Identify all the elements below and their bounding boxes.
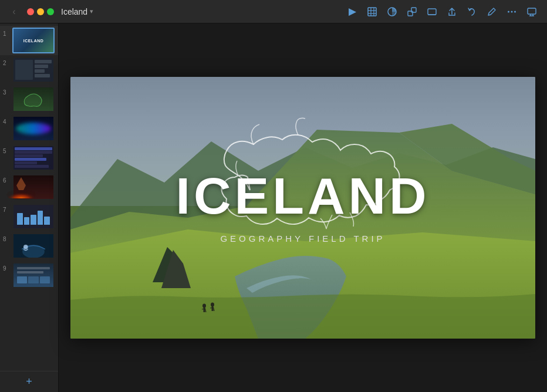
slide-thumbnail-6[interactable]: 6	[0, 173, 58, 202]
topbar: ‹ Iceland ▾ ▶	[0, 0, 547, 23]
share-button[interactable]	[443, 2, 461, 21]
slide-preview-8	[12, 233, 55, 259]
svg-rect-25	[212, 306, 214, 311]
slide-panel: 1 ICELAND 2	[0, 23, 59, 392]
slide-preview-2	[12, 57, 55, 83]
slide-thumbnail-1[interactable]: 1 ICELAND	[0, 26, 58, 55]
slide-thumbnail-8[interactable]: 8	[0, 231, 58, 261]
slide-thumbnail-9[interactable]: 9	[0, 261, 58, 290]
window-controls	[27, 8, 54, 15]
canvas-area[interactable]: ICELAND GEOGRAPHY FIELD TRIP	[59, 23, 547, 392]
maximize-button[interactable]	[47, 8, 54, 15]
svg-point-12	[514, 11, 516, 12]
media-button[interactable]	[423, 2, 441, 21]
svg-rect-9	[428, 14, 436, 15]
svg-point-10	[508, 11, 509, 12]
svg-rect-7	[411, 8, 416, 12]
undo-button[interactable]	[462, 2, 481, 21]
slide-preview-1: ICELAND	[12, 28, 55, 53]
svg-rect-23	[204, 307, 205, 312]
main-layout: 1 ICELAND 2	[0, 23, 547, 392]
chart-button[interactable]	[383, 2, 401, 21]
slide-thumbnail-2[interactable]: 2	[0, 55, 58, 85]
svg-rect-13	[528, 8, 536, 14]
svg-point-17	[12, 189, 36, 198]
slide-preview-7	[12, 204, 55, 229]
svg-point-11	[511, 11, 513, 12]
slide-subtitle: GEOGRAPHY FIELD TRIP	[220, 234, 385, 244]
slide-preview-9	[12, 262, 55, 288]
back-button[interactable]: ‹	[6, 4, 22, 20]
slide-preview-5	[12, 145, 55, 171]
svg-point-20	[23, 245, 28, 249]
svg-rect-0	[368, 8, 376, 16]
svg-rect-6	[408, 11, 413, 16]
table-button[interactable]	[363, 2, 381, 21]
play-button[interactable]: ▶	[343, 2, 362, 21]
present-button[interactable]	[522, 2, 541, 21]
slide-thumbnail-5[interactable]: 5	[0, 143, 58, 173]
more-button[interactable]	[502, 2, 521, 21]
svg-point-22	[202, 304, 206, 308]
svg-point-24	[211, 303, 214, 307]
slide-preview-3	[12, 86, 55, 112]
title-text: Iceland	[61, 7, 87, 16]
add-slide-button[interactable]: +	[0, 371, 58, 392]
minimize-button[interactable]	[37, 8, 44, 15]
slide-thumbnail-4[interactable]: 4	[0, 114, 58, 143]
slide-preview-4	[12, 116, 55, 141]
slide-title: ICELAND	[175, 170, 430, 222]
sidebar-bottom: +	[0, 371, 58, 392]
slide-thumbnail-3[interactable]: 3	[0, 85, 58, 114]
svg-rect-8	[428, 9, 436, 15]
slide-canvas[interactable]: ICELAND GEOGRAPHY FIELD TRIP	[70, 77, 535, 339]
title-chevron-icon: ▾	[90, 8, 93, 15]
close-button[interactable]	[27, 8, 34, 15]
shapes-button[interactable]	[403, 2, 421, 21]
slide-thumbnail-7[interactable]: 7	[0, 202, 58, 231]
pencil-button[interactable]	[482, 2, 501, 21]
document-title[interactable]: Iceland ▾	[61, 7, 93, 16]
toolbar-icons: ▶	[343, 2, 541, 21]
slide-preview-6	[12, 174, 55, 200]
